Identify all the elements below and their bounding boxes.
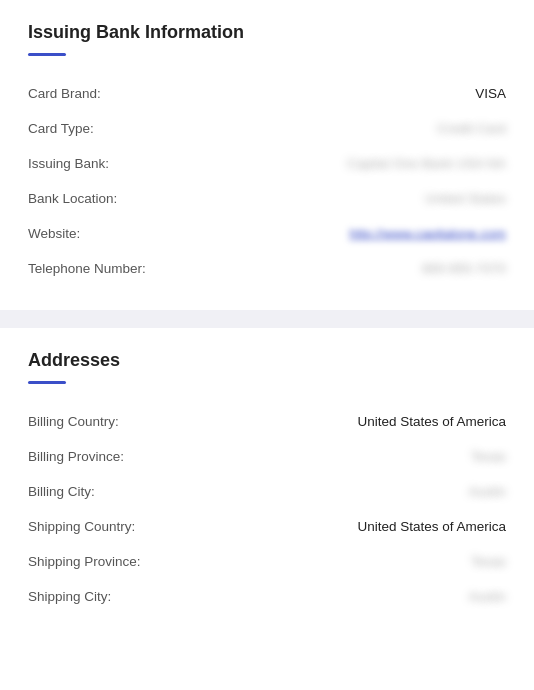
info-label: Telephone Number: (28, 261, 148, 276)
issuing-bank-title: Issuing Bank Information (28, 22, 506, 43)
info-value: 800-955-7070 (422, 261, 506, 276)
info-value: Texas (471, 449, 506, 464)
info-row: Shipping Province:Texas (28, 544, 506, 579)
addresses-rows: Billing Country:United States of America… (28, 404, 506, 614)
info-label: Shipping Country: (28, 519, 148, 534)
info-row: Website:http://www.capitalone.com (28, 216, 506, 251)
info-value[interactable]: http://www.capitalone.com (349, 226, 506, 241)
info-value: VISA (475, 86, 506, 101)
issuing-bank-underline (28, 53, 66, 56)
info-row: Telephone Number:800-955-7070 (28, 251, 506, 286)
info-label: Billing City: (28, 484, 148, 499)
issuing-bank-rows: Card Brand:VISACard Type:Credit CardIssu… (28, 76, 506, 286)
info-value: United States of America (357, 414, 506, 429)
info-value: Credit Card (437, 121, 506, 136)
info-row: Bank Location:United States (28, 181, 506, 216)
info-row: Issuing Bank:Capital One Bank USA NA (28, 146, 506, 181)
info-label: Billing Country: (28, 414, 148, 429)
info-value: Austin (468, 484, 506, 499)
info-label: Website: (28, 226, 148, 241)
info-value: Texas (471, 554, 506, 569)
info-label: Billing Province: (28, 449, 148, 464)
info-value: Capital One Bank USA NA (347, 156, 506, 171)
info-row: Shipping City:Austin (28, 579, 506, 614)
addresses-section: Addresses Billing Country:United States … (0, 328, 534, 638)
info-row: Card Brand:VISA (28, 76, 506, 111)
issuing-bank-section: Issuing Bank Information Card Brand:VISA… (0, 0, 534, 310)
info-label: Card Brand: (28, 86, 148, 101)
info-row: Billing Country:United States of America (28, 404, 506, 439)
info-label: Shipping Province: (28, 554, 148, 569)
info-row: Card Type:Credit Card (28, 111, 506, 146)
info-row: Shipping Country:United States of Americ… (28, 509, 506, 544)
info-value: United States of America (357, 519, 506, 534)
info-row: Billing City:Austin (28, 474, 506, 509)
info-value: United States (425, 191, 506, 206)
info-label: Shipping City: (28, 589, 148, 604)
info-label: Issuing Bank: (28, 156, 148, 171)
addresses-underline (28, 381, 66, 384)
section-divider (0, 310, 534, 328)
info-label: Card Type: (28, 121, 148, 136)
addresses-title: Addresses (28, 350, 506, 371)
info-value: Austin (468, 589, 506, 604)
info-row: Billing Province:Texas (28, 439, 506, 474)
info-label: Bank Location: (28, 191, 148, 206)
